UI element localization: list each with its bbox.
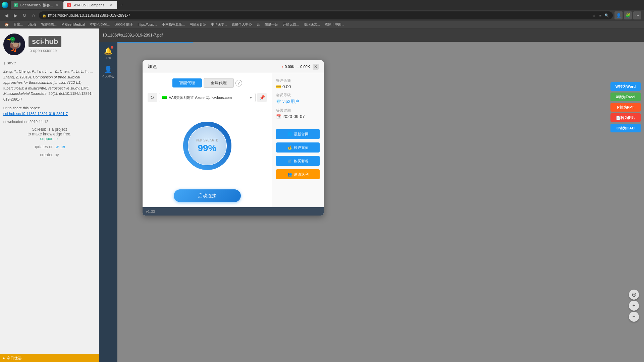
bookmark-clinical[interactable]: 临床医文...: [302, 21, 322, 27]
home-button[interactable]: ⌂: [30, 12, 37, 19]
vpn-popup-title: 加速: [148, 64, 157, 70]
address-bar[interactable]: 🔒 https://sci-hub.se/10.1186/s12891-019-…: [39, 11, 613, 19]
vpn-popup-body: 智能代理 全局代理 ? ↻ AAS美国3 隧道 Azure 网址:vdoos.c…: [143, 73, 324, 207]
bookmark-settings[interactable]: 开搞设置...: [281, 21, 301, 27]
nav-item-accelerate[interactable]: 🔔 加速: [101, 45, 116, 62]
url-text: https://sci-hub.se/10.1186/s12891-019-28…: [48, 13, 590, 18]
bookmark-spring[interactable]: 酸泉平台: [263, 21, 280, 27]
bookmark-chinese-med[interactable]: 中华医学...: [209, 21, 229, 27]
tab-scihub[interactable]: S Sci-Hub | Comparis... ✕: [63, 1, 117, 9]
server-name-text: AAS美国3 隧道 Azure 网址:vdoos.com: [169, 95, 248, 100]
expire-label: 等级过期: [276, 108, 320, 113]
tab-close-geenmedical[interactable]: ✕: [55, 3, 59, 7]
vpn-tabs: 智能代理 全局代理 ?: [148, 78, 267, 88]
toolbar-icons: 👤 🧩 ⋯: [614, 11, 641, 19]
search-bar-icon[interactable]: 🔍: [604, 13, 609, 18]
zoom-out-button[interactable]: −: [629, 312, 639, 322]
reader-mode-icon[interactable]: ≡: [598, 13, 603, 18]
scihub-logo-area: 🦆 sci-hub to open science: [3, 32, 96, 57]
word-icon: W: [615, 84, 619, 88]
vpn-close-button[interactable]: ✕: [313, 64, 319, 70]
pin-server-button[interactable]: 📌: [257, 93, 267, 102]
convert-cad-button[interactable]: C 转为CAD: [610, 124, 641, 132]
created-by: created by: [3, 153, 96, 157]
reload-button[interactable]: ↻: [21, 12, 28, 19]
ppt-icon: P: [617, 105, 620, 109]
vpn-popup-footer: v1.30: [143, 207, 324, 216]
pdf-label: 转为图片: [621, 115, 635, 120]
package-button[interactable]: 🛒 购买套餐: [276, 156, 320, 166]
tab-bar: G GeenMedical 极客... ✕ S Sci-Hub | Compar…: [0, 0, 644, 10]
referral-icon: 👥: [287, 172, 292, 177]
twitter-link[interactable]: twitter: [55, 144, 65, 149]
bookmark-shocking[interactable]: 震惊！中国...: [323, 21, 346, 27]
wallet-icon: 💳: [276, 84, 281, 89]
convert-excel-button[interactable]: X 转为Excel: [610, 93, 641, 101]
back-button[interactable]: ◀: [3, 12, 10, 19]
bookmark-geenmedical[interactable]: M GeenMedical: [59, 21, 87, 27]
speed-down-arrow: ↓: [297, 65, 299, 69]
expire-value: 2020-09-07: [282, 114, 305, 119]
version-text: v1.30: [146, 209, 155, 214]
vpn-popup-header: 加速 ↑ 0.00K ↓ 0.00K ✕: [143, 60, 324, 73]
bookmark-bilibili[interactable]: bilibili: [25, 21, 38, 27]
zoom-in-button[interactable]: +: [629, 301, 639, 311]
bookmark-cloud[interactable]: 云: [255, 21, 262, 27]
save-link[interactable]: ↓ save: [3, 60, 96, 65]
paper-url[interactable]: sci-hub.se/10.1186/s12891-019-2891-7: [3, 112, 68, 116]
bookmark-star-icon[interactable]: ☆: [591, 13, 597, 18]
settings-btn[interactable]: ⋯: [633, 11, 641, 19]
bookmark-home[interactable]: 🏠: [3, 21, 11, 27]
tab-geenmedical[interactable]: G GeenMedical 极客... ✕: [11, 1, 63, 9]
tab-close-scihub[interactable]: ✕: [109, 3, 114, 7]
bookmark-blood-pressure[interactable]: 不同指标血压...: [160, 21, 187, 27]
convert-pdf-button[interactable]: 📄 转为图片: [610, 113, 641, 122]
recharge-button[interactable]: 💰 账户充值: [276, 142, 320, 153]
speed-up-indicator: ↑ 0.00K: [282, 65, 294, 69]
cad-icon: C: [616, 126, 619, 130]
start-connection-button[interactable]: 启动连接: [174, 189, 241, 202]
member-level-row: 💎 vip2用户: [276, 99, 320, 105]
server-chevron-icon: ▼: [249, 96, 253, 100]
refresh-server-button[interactable]: ↻: [148, 93, 157, 102]
support-link[interactable]: support →: [40, 136, 59, 141]
convert-word-button[interactable]: W 转为Word: [610, 82, 641, 91]
server-flag-icon: [162, 96, 167, 99]
page-content: 🦆 sci-hub to open science ↓ save Zeng, Y…: [0, 28, 644, 362]
scihub-tagline: to open science: [29, 48, 61, 53]
right-buttons: W 转为Word X 转为Excel P 转为PPT 📄 转为图片 C 转为CA…: [610, 82, 641, 132]
scihub-brand: sci-hub: [29, 36, 61, 47]
forward-button[interactable]: ▶: [12, 12, 19, 19]
bookmark-baidu[interactable]: 百度...: [11, 21, 25, 27]
vpn-left-panel: 智能代理 全局代理 ? ↻ AAS美国3 隧道 Azure 网址:vdoos.c…: [143, 73, 272, 207]
bookmark-pubmed[interactable]: 本地PubMe...: [88, 21, 112, 27]
referral-button[interactable]: 👥 邀请返利: [276, 169, 320, 179]
circle-percent: 99%: [196, 143, 218, 154]
bottom-today-bar[interactable]: ● 今日优选: [0, 354, 99, 362]
vpn-tab-global[interactable]: 全局代理: [204, 78, 234, 88]
pdf-toolbar: 10.1186@s12891-019-2891-7.pdf: [99, 28, 644, 42]
server-select-dropdown[interactable]: AAS美国3 隧道 Azure 网址:vdoos.com ▼: [159, 93, 256, 102]
bookmark-google-translate[interactable]: Google 翻译: [112, 21, 135, 27]
official-icon: 🌐: [287, 132, 292, 136]
recharge-label: 账户充值: [294, 145, 309, 150]
url-label: url to share this paper:: [3, 105, 96, 111]
bookmark-cscc[interactable]: https://cscc...: [136, 21, 159, 27]
package-icon: 🛒: [287, 159, 292, 163]
nav-item-profile[interactable]: 👤 个人中心: [101, 64, 116, 80]
bookmark-live[interactable]: 直播个人中心: [230, 21, 254, 27]
vpn-tab-smart[interactable]: 智能代理: [172, 78, 202, 87]
official-website-button[interactable]: 🌐 最新官网: [276, 129, 320, 139]
extensions-btn[interactable]: 🧩: [624, 11, 632, 19]
new-tab-button[interactable]: +: [118, 1, 126, 9]
profile-icon-btn[interactable]: 👤: [614, 11, 623, 19]
tab-label-scihub: Sci-Hub | Comparis...: [72, 3, 107, 7]
circle-inner: 剩余:976.56TB 99%: [196, 138, 218, 154]
zoom-circle-button[interactable]: ⊕: [629, 290, 639, 300]
bookmark-item3[interactable]: 简述物质...: [39, 21, 59, 27]
main-area: 10.1186@s12891-019-2891-7.pdf 加速 ↑ 0.00K…: [99, 28, 644, 362]
convert-ppt-button[interactable]: P 转为PPT: [610, 103, 641, 112]
vpn-help-icon[interactable]: ?: [235, 80, 242, 86]
circle-subtitle: 剩余:976.56TB: [196, 138, 218, 143]
bookmark-netease[interactable]: 网易云音乐: [187, 21, 208, 27]
